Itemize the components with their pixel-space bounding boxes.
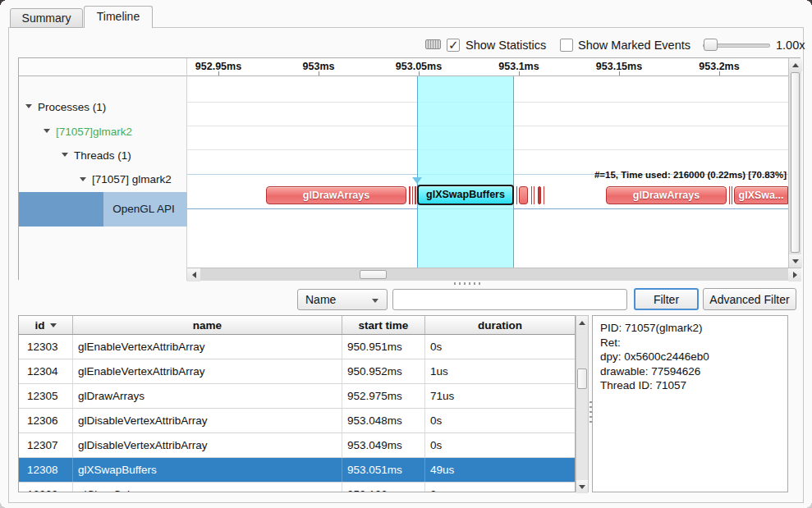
table-cell: 950.952ms <box>342 359 425 383</box>
chevron-down-icon <box>372 299 378 303</box>
filter-button[interactable]: Filter <box>634 288 699 310</box>
horizontal-splitter-handle[interactable] <box>454 282 482 285</box>
table-cell: glXSwapBuffers <box>73 458 342 482</box>
column-header-label: id <box>35 319 45 332</box>
scrollbar-thumb[interactable] <box>360 270 387 279</box>
tree-item-thread[interactable]: [71057] glmark2 <box>92 173 172 185</box>
timeline-panel: 952.95ms953ms953.05ms953.1ms953.15ms953.… <box>18 57 801 280</box>
column-header-label: start time <box>359 319 409 332</box>
table-cell: glDrawArrays <box>73 384 342 408</box>
show-statistics-label: Show Statistics <box>466 39 546 52</box>
column-header-duration[interactable]: duration <box>425 316 575 334</box>
scroll-down-icon[interactable] <box>576 480 588 493</box>
ruler-tick-label: 953.1ms <box>498 61 539 72</box>
expand-arrow-icon[interactable] <box>44 129 50 133</box>
event-tick[interactable] <box>415 186 416 204</box>
event-bar-small[interactable] <box>519 186 528 204</box>
ruler-tick-mark <box>319 71 319 76</box>
ruler-tick-mark <box>619 71 620 76</box>
window-corner <box>0 0 5 5</box>
table-cell: glEnableVertexAttribArray <box>73 335 342 359</box>
scroll-left-icon[interactable] <box>187 268 200 281</box>
scrollbar-thumb[interactable] <box>791 72 800 253</box>
table-cell: 0s <box>425 335 575 359</box>
show-marked-events-checkbox[interactable] <box>560 39 573 52</box>
column-header-start-time[interactable]: start time <box>342 316 425 334</box>
table-row[interactable]: 12303glEnableVertexAttribArray950.951ms0… <box>19 335 575 359</box>
event-tick[interactable] <box>544 186 544 204</box>
timeline-horizontal-scrollbar[interactable] <box>187 268 801 281</box>
tree-item-process[interactable]: [71057]glmark2 <box>56 126 132 138</box>
sort-descending-icon <box>50 323 57 327</box>
tree-item-opengl-api[interactable]: OpenGL API <box>103 203 184 215</box>
event-tick[interactable] <box>534 186 534 204</box>
table-cell: glClearColor <box>73 483 342 492</box>
timeline-chart: #=15, Time used: 216000 (0.22ms) [70.83%… <box>187 76 788 268</box>
table-cell: 49us <box>425 458 575 482</box>
event-tick[interactable] <box>531 186 532 204</box>
table-row[interactable]: 12309glClearColor953.103ms0s <box>19 483 575 492</box>
event-tick[interactable] <box>412 186 413 204</box>
table-cell: 71us <box>425 384 575 408</box>
detail-line: Thread ID: 71057 <box>600 378 780 393</box>
scroll-down-icon[interactable] <box>789 254 802 268</box>
keyboard-icon[interactable] <box>425 39 441 49</box>
table-row[interactable]: 12308glXSwapBuffers953.051ms49us <box>19 458 575 483</box>
filter-field-select[interactable]: Name <box>297 289 388 310</box>
expand-arrow-icon[interactable] <box>80 177 86 181</box>
scroll-up-icon[interactable] <box>789 58 802 71</box>
table-cell: 953.051ms <box>342 458 425 482</box>
tab-timeline[interactable]: Timeline <box>84 6 153 28</box>
filter-field-value: Name <box>305 293 336 306</box>
column-header-label: duration <box>478 319 522 332</box>
table-cell: 0s <box>425 409 575 432</box>
table-cell: 12308 <box>19 458 73 482</box>
event-bar-small[interactable] <box>538 186 541 204</box>
expand-arrow-icon[interactable] <box>62 153 68 157</box>
table-cell: 0s <box>425 483 575 492</box>
column-header-name[interactable]: name <box>73 316 342 334</box>
table-cell: 952.975ms <box>342 384 425 408</box>
event-bar-glxswapbuffers-selected[interactable]: glXSwapBuffers <box>417 185 514 205</box>
tree-item-processes[interactable]: Processes (1) <box>38 101 106 113</box>
detail-line: dpy: 0x5600c2446eb0 <box>600 350 780 364</box>
event-bar-glxswapbuffers-clipped[interactable]: glXSwa... <box>734 186 788 204</box>
scroll-up-icon[interactable] <box>576 316 588 329</box>
table-cell: 12307 <box>19 433 73 457</box>
table-vertical-scrollbar[interactable] <box>576 315 589 492</box>
table-cell: 953.049ms <box>342 433 425 457</box>
scrollbar-thumb[interactable] <box>577 368 587 389</box>
table-cell: 0s <box>425 433 575 457</box>
scroll-right-icon[interactable] <box>788 268 801 281</box>
window-corner <box>0 503 5 508</box>
event-tick[interactable] <box>729 186 730 204</box>
show-statistics-checkbox[interactable] <box>447 39 460 52</box>
table-cell: glDisableVertexAttribArray <box>73 433 342 457</box>
table-cell: 950.951ms <box>342 335 425 359</box>
advanced-filter-button[interactable]: Advanced Filter <box>703 288 796 310</box>
tab-summary[interactable]: Summary <box>10 8 83 28</box>
zoom-slider-handle[interactable] <box>704 39 718 51</box>
table-row[interactable]: 12305glDrawArrays952.975ms71us <box>19 384 575 409</box>
table-row[interactable]: 12307glDisableVertexAttribArray953.049ms… <box>19 433 575 458</box>
filter-query-input[interactable] <box>392 289 627 310</box>
event-bar-gldrawarrays[interactable]: glDrawArrays <box>266 186 406 204</box>
column-header-id[interactable]: id <box>19 316 73 334</box>
event-tick[interactable] <box>732 186 732 204</box>
zoom-level-value: 1.00x <box>776 39 805 52</box>
ruler-tick-label: 953ms <box>303 61 335 72</box>
table-row[interactable]: 12304glEnableVertexAttribArray950.952ms1… <box>19 359 575 384</box>
table-row[interactable]: 12306glDisableVertexAttribArray953.048ms… <box>19 409 575 433</box>
event-bar-gldrawarrays-2[interactable]: glDrawArrays <box>606 186 727 204</box>
expand-arrow-icon[interactable] <box>25 104 32 108</box>
timeline-vertical-scrollbar[interactable] <box>788 58 801 268</box>
event-tick[interactable] <box>409 186 411 204</box>
table-cell: glEnableVertexAttribArray <box>73 359 342 383</box>
timeline-ruler: 952.95ms953ms953.05ms953.1ms953.15ms953.… <box>187 58 788 76</box>
detail-line: drawable: 77594626 <box>600 364 780 379</box>
tree-item-threads[interactable]: Threads (1) <box>74 149 131 162</box>
events-table: id name start time duration 12303glEnabl… <box>18 315 576 492</box>
ruler-tick-label: 953.05ms <box>396 61 442 72</box>
column-header-label: name <box>193 319 222 332</box>
event-tick[interactable] <box>516 186 517 204</box>
